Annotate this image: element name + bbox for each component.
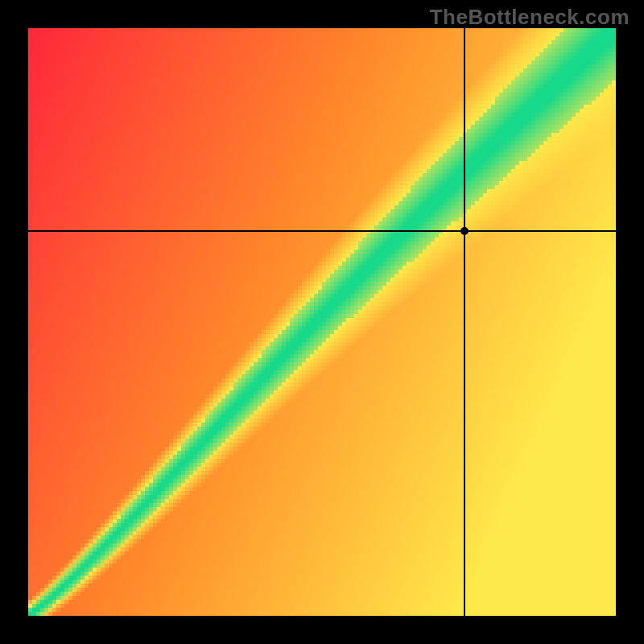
heatmap-canvas [28, 28, 616, 616]
crosshair-vertical [464, 28, 465, 616]
crosshair-horizontal [28, 230, 616, 232]
chart-stage: TheBottleneck.com [0, 0, 644, 644]
watermark-text: TheBottleneck.com [430, 5, 630, 30]
heatmap-plot [28, 28, 616, 616]
marker-dot [460, 227, 469, 235]
